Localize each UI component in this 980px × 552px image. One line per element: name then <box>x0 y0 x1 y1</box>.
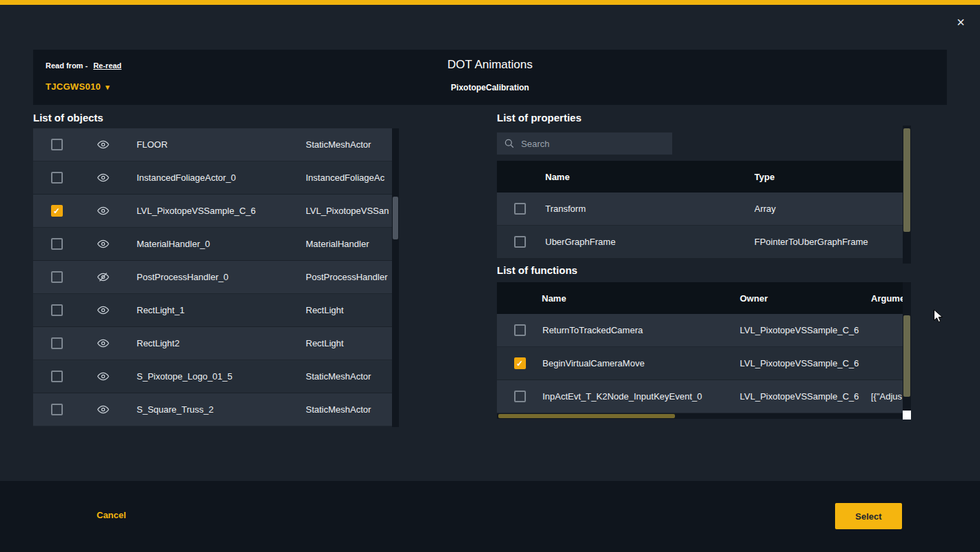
object-row-checkbox[interactable] <box>51 139 63 150</box>
object-type: RectLight <box>306 305 399 315</box>
function-row-checkbox[interactable] <box>514 391 526 402</box>
scrollbar-corner <box>903 411 911 420</box>
properties-table-header: Name Type <box>497 161 903 193</box>
properties-search-box[interactable] <box>497 132 672 155</box>
object-row[interactable]: PostProcessHandler_0 PostProcessHandler <box>33 261 399 294</box>
object-row-checkbox[interactable] <box>51 337 63 349</box>
object-row-checkbox[interactable] <box>51 304 63 316</box>
visibility-eye-icon[interactable] <box>97 237 110 250</box>
dialog-header: Read from -Re-read TJCGWS010▾ DOT Animat… <box>33 50 947 105</box>
objects-scrollbar[interactable] <box>392 128 399 427</box>
object-row-checkbox[interactable] <box>51 371 63 382</box>
object-name: S_Pixotope_Logo_01_5 <box>126 371 306 382</box>
cancel-button[interactable]: Cancel <box>97 510 126 520</box>
property-row-checkbox[interactable] <box>514 203 526 215</box>
functions-table: Name Owner Arguments ReturnToTrackedCame… <box>497 282 903 413</box>
visibility-eye-icon[interactable] <box>97 370 110 383</box>
object-type: StaticMeshActor <box>306 139 399 150</box>
functions-col-owner: Owner <box>740 293 871 304</box>
objects-heading: List of objects <box>33 112 104 124</box>
function-row-checkbox[interactable] <box>514 357 526 369</box>
function-arguments: [{"Adjus <box>871 391 903 402</box>
visibility-eye-icon[interactable] <box>97 204 110 217</box>
dialog-footer: Cancel Select <box>0 481 980 552</box>
top-accent-bar <box>0 0 980 5</box>
objects-scrollbar-thumb[interactable] <box>393 197 398 239</box>
visibility-eye-icon[interactable] <box>97 171 110 184</box>
functions-vertical-scrollbar-thumb[interactable] <box>903 315 910 397</box>
function-row[interactable]: InpActEvt_T_K2Node_InputKeyEvent_0 LVL_P… <box>497 380 903 413</box>
object-type: RectLight <box>306 338 399 348</box>
object-name: InstancedFoliageActor_0 <box>126 172 306 183</box>
function-row-checkbox[interactable] <box>514 324 526 336</box>
function-owner: LVL_PixotopeVSSample_C_6 <box>740 325 871 335</box>
select-button[interactable]: Select <box>835 503 902 529</box>
properties-col-name: Name <box>545 172 754 182</box>
object-type: PostProcessHandler <box>306 272 399 282</box>
search-input[interactable] <box>521 139 665 149</box>
object-row[interactable]: MaterialHandler_0 MaterialHandler <box>33 228 399 261</box>
functions-table-header: Name Owner Arguments <box>497 282 903 314</box>
object-row[interactable]: S_Square_Truss_2 StaticMeshActor <box>33 393 399 426</box>
function-name: InpActEvt_T_K2Node_InputKeyEvent_0 <box>542 391 740 402</box>
object-name: RectLight2 <box>126 338 306 348</box>
properties-heading: List of properties <box>497 112 582 124</box>
visibility-eye-icon[interactable] <box>97 337 110 350</box>
dialog-title: DOT Animations <box>33 58 947 72</box>
visibility-eye-icon[interactable] <box>97 138 110 151</box>
object-name: PostProcessHandler_0 <box>126 272 306 282</box>
property-row-checkbox[interactable] <box>514 236 526 248</box>
object-row[interactable]: RectLight_1 RectLight <box>33 294 399 327</box>
property-name: UberGraphFrame <box>542 237 754 247</box>
object-name: MaterialHandler_0 <box>126 239 306 249</box>
functions-col-name: Name <box>542 293 740 304</box>
functions-heading: List of functions <box>497 264 578 276</box>
object-row[interactable]: FLOOR StaticMeshActor <box>33 128 399 161</box>
property-row[interactable]: Transform Array <box>497 193 903 226</box>
property-name: Transform <box>542 204 754 214</box>
title-block: DOT Animations PixotopeCalibration <box>33 58 947 92</box>
function-name: BeginVirtualCameraMove <box>542 358 740 368</box>
object-row[interactable]: LVL_PixotopeVSSample_C_6 LVL_PixotopeVSS… <box>33 195 399 228</box>
visibility-eye-icon[interactable] <box>97 403 110 416</box>
object-name: RectLight_1 <box>126 305 306 315</box>
object-type: InstancedFoliageAc <box>306 172 399 183</box>
object-row[interactable]: S_Pixotope_Logo_01_5 StaticMeshActor <box>33 360 399 393</box>
object-row-checkbox[interactable] <box>51 271 63 283</box>
object-type: MaterialHandler <box>306 239 399 249</box>
function-row[interactable]: ReturnToTrackedCamera LVL_PixotopeVSSamp… <box>497 314 903 347</box>
object-row-checkbox[interactable] <box>51 205 63 217</box>
object-row[interactable]: InstancedFoliageActor_0 InstancedFoliage… <box>33 161 399 195</box>
mouse-cursor <box>933 309 946 324</box>
dialog-subtitle: PixotopeCalibration <box>33 83 947 92</box>
properties-scrollbar[interactable] <box>903 126 911 264</box>
function-owner: LVL_PixotopeVSSample_C_6 <box>740 391 871 402</box>
functions-horizontal-scrollbar-thumb[interactable] <box>498 414 675 418</box>
properties-table: Name Type Transform Array UberGraphFrame… <box>497 161 903 259</box>
objects-table: FLOOR StaticMeshActor InstancedFoliageAc… <box>33 128 399 427</box>
property-type: Array <box>754 204 903 214</box>
properties-col-type: Type <box>754 172 903 182</box>
object-row-checkbox[interactable] <box>51 238 63 250</box>
object-row-checkbox[interactable] <box>51 404 63 415</box>
functions-horizontal-scrollbar[interactable] <box>497 413 903 419</box>
object-row[interactable]: RectLight2 RectLight <box>33 327 399 360</box>
function-row[interactable]: BeginVirtualCameraMove LVL_PixotopeVSSam… <box>497 347 903 380</box>
property-row[interactable]: UberGraphFrame FPointerToUberGraphFrame <box>497 226 903 259</box>
property-type: FPointerToUberGraphFrame <box>754 237 903 247</box>
function-owner: LVL_PixotopeVSSample_C_6 <box>740 358 871 368</box>
object-type: StaticMeshActor <box>306 404 399 415</box>
visibility-eye-icon[interactable] <box>97 270 110 284</box>
object-name: FLOOR <box>126 139 306 150</box>
object-name: S_Square_Truss_2 <box>126 404 306 415</box>
object-row-checkbox[interactable] <box>51 172 63 184</box>
object-name: LVL_PixotopeVSSample_C_6 <box>126 206 306 216</box>
functions-rows: ReturnToTrackedCamera LVL_PixotopeVSSamp… <box>497 314 903 413</box>
functions-vertical-scrollbar[interactable] <box>903 282 911 411</box>
properties-scrollbar-thumb[interactable] <box>903 128 910 232</box>
close-icon[interactable]: × <box>952 14 969 30</box>
functions-col-arguments: Arguments <box>871 293 903 304</box>
function-name: ReturnToTrackedCamera <box>542 325 740 335</box>
search-icon <box>504 138 515 149</box>
visibility-eye-icon[interactable] <box>97 304 110 317</box>
